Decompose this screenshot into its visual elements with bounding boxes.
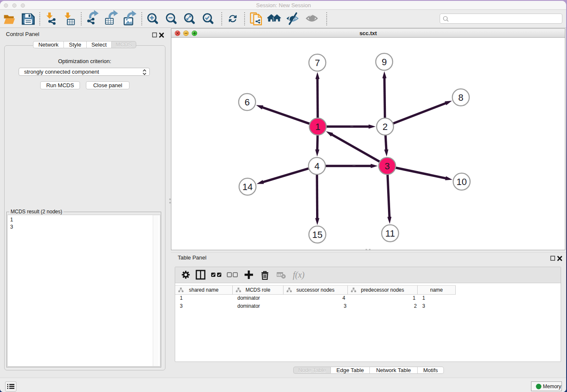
svg-text:8: 8 [458,92,463,103]
svg-text:4: 4 [314,161,319,171]
svg-text:7: 7 [315,58,320,68]
svg-text:14: 14 [242,182,253,192]
svg-text:15: 15 [312,229,322,240]
svg-text:3: 3 [385,161,390,171]
svg-text:9: 9 [382,57,387,67]
svg-text:11: 11 [385,228,395,239]
svg-text:2: 2 [383,121,388,132]
svg-text:10: 10 [457,177,467,187]
svg-text:6: 6 [245,97,250,108]
svg-text:1: 1 [315,121,320,132]
svg-text:f(x): f(x) [293,270,305,280]
